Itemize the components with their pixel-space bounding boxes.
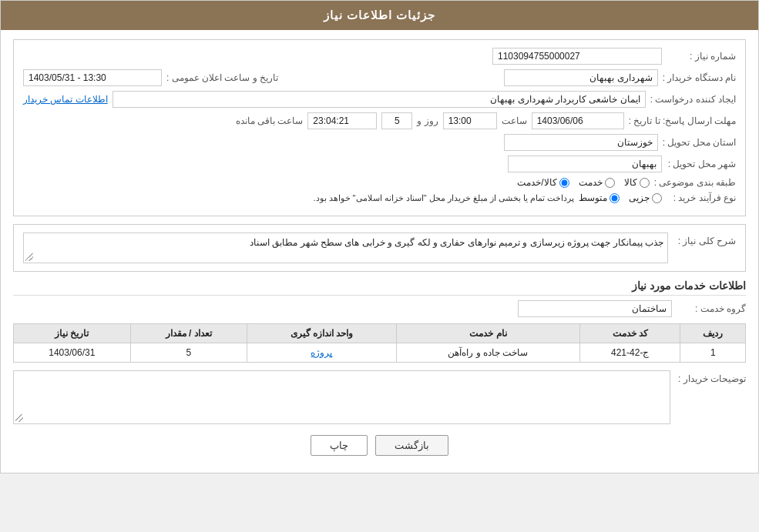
- shahr-label: شهر محل تحویل :: [667, 159, 736, 169]
- col-tarikh: تاریخ نیاز: [14, 324, 131, 343]
- col-tedad: تعداد / مقدار: [130, 324, 247, 343]
- radio-kala-khadamat-input[interactable]: [559, 178, 569, 188]
- radio-kala-label: کالا: [624, 177, 637, 188]
- mohlatSaat-label: ساعت: [502, 115, 527, 126]
- cell-vahed: پروژه: [247, 343, 396, 363]
- radio-kala-khadamat[interactable]: کالا/خدمت: [517, 177, 569, 188]
- service-table: ردیف کد خدمت نام خدمت واحد اندازه گیری ت…: [13, 323, 746, 363]
- back-button[interactable]: بازگشت: [375, 435, 448, 456]
- col-kod: کد خدمت: [579, 324, 680, 343]
- radio-jozii-input[interactable]: [652, 193, 662, 203]
- mohlatErsalPasakh-label: مهلت ارسال پاسخ: تا تاریخ :: [629, 115, 736, 126]
- mohlatDate-value: 1403/06/06: [532, 112, 624, 129]
- shahr-value: بهبهان: [508, 156, 662, 172]
- radio-jozii-label: جزیی: [629, 192, 650, 203]
- page-title: جزئیات اطلاعات نیاز: [1, 1, 758, 30]
- tabaqeBandi-label: طبقه بندی موضوعی :: [654, 177, 736, 188]
- tarikhElan-label: تاریخ و ساعت اعلان عمومی :: [166, 72, 278, 83]
- resize-handle-2: [15, 414, 23, 422]
- radio-motavaset-label: متوسط: [579, 192, 607, 203]
- tavsifat-label: توضیحات خریدار :: [677, 370, 746, 384]
- radio-khadamat[interactable]: خدمت: [579, 177, 615, 188]
- radio-jozii[interactable]: جزیی: [629, 192, 662, 203]
- ijadKonande-value: ایمان خاشعی کاربردار شهرداری بهبهان: [113, 91, 646, 108]
- namDastgah-value: شهرداری بهبهان: [504, 69, 658, 86]
- cell-kod: ج-42-421: [579, 343, 680, 363]
- radio-khadamat-label: خدمت: [579, 177, 603, 188]
- naveFarayand-label: نوع فرآیند خرید :: [667, 192, 736, 203]
- radio-motavaset[interactable]: متوسط: [579, 192, 620, 203]
- radio-khadamat-input[interactable]: [605, 178, 615, 188]
- cell-tedad: 5: [130, 343, 247, 363]
- col-radif: ردیف: [680, 324, 746, 343]
- mohlatRooz-value: 5: [381, 112, 412, 129]
- etelaat-link[interactable]: اطلاعات تماس خریدار: [23, 94, 108, 105]
- buttons-row: بازگشت چاپ: [13, 435, 746, 456]
- col-nam: نام خدمت: [396, 324, 579, 343]
- radio-kala-input[interactable]: [640, 178, 650, 188]
- tarikhElan-value: 1403/05/31 - 13:30: [23, 69, 162, 86]
- payment-note: پرداخت تمام یا بخشی از مبلغ خریدار محل "…: [23, 193, 574, 203]
- grohKhadamat-label: گروه خدمت :: [677, 303, 746, 314]
- col-vahed: واحد اندازه گیری: [247, 324, 396, 343]
- namDastgah-label: نام دستگاه خریدار :: [663, 72, 736, 83]
- farayand-radio-group: جزیی متوسط: [579, 192, 662, 203]
- mohlatSaat-value: 13:00: [443, 112, 497, 129]
- ostan-label: استان محل تحویل :: [663, 137, 736, 148]
- cell-radif: 1: [680, 343, 746, 363]
- sharhKoli-label: شرح کلی نیاز :: [674, 233, 736, 246]
- tabaqeBandi-radio-group: کالا خدمت کالا/خدمت: [517, 177, 649, 188]
- khadamat-section-title: اطلاعات خدمات مورد نیاز: [13, 279, 746, 296]
- grohKhadamat-value: ساختمان: [518, 300, 672, 317]
- mohlatSaatMande-value: 23:04:21: [307, 112, 377, 129]
- ijadKonande-label: ایجاد کننده درخواست :: [650, 94, 736, 105]
- mohlatSaatMande-label: ساعت باقی مانده: [236, 115, 304, 126]
- sharhKoli-value: جذب پیمانکار جهت پروژه زیرسازی و ترمیم ن…: [23, 233, 668, 263]
- radio-kala[interactable]: کالا: [624, 177, 650, 188]
- tavsifat-box: [13, 370, 670, 424]
- resize-handle: [25, 253, 33, 261]
- ostan-value: خوزستان: [504, 134, 658, 151]
- cell-nam: ساخت جاده و راه‌آهن: [396, 343, 579, 363]
- shomareNiaz-label: شماره نیاز :: [667, 51, 736, 62]
- radio-kala-khadamat-label: کالا/خدمت: [517, 177, 556, 188]
- shomareNiaz-value: 1103094755000027: [492, 48, 662, 65]
- mohlatRooz-label: روز و: [417, 115, 438, 126]
- radio-motavaset-input[interactable]: [610, 193, 620, 203]
- print-button[interactable]: چاپ: [311, 435, 368, 456]
- cell-tarikh: 1403/06/31: [14, 343, 131, 363]
- table-row: 1 ج-42-421 ساخت جاده و راه‌آهن پروژه 5 1…: [14, 343, 746, 363]
